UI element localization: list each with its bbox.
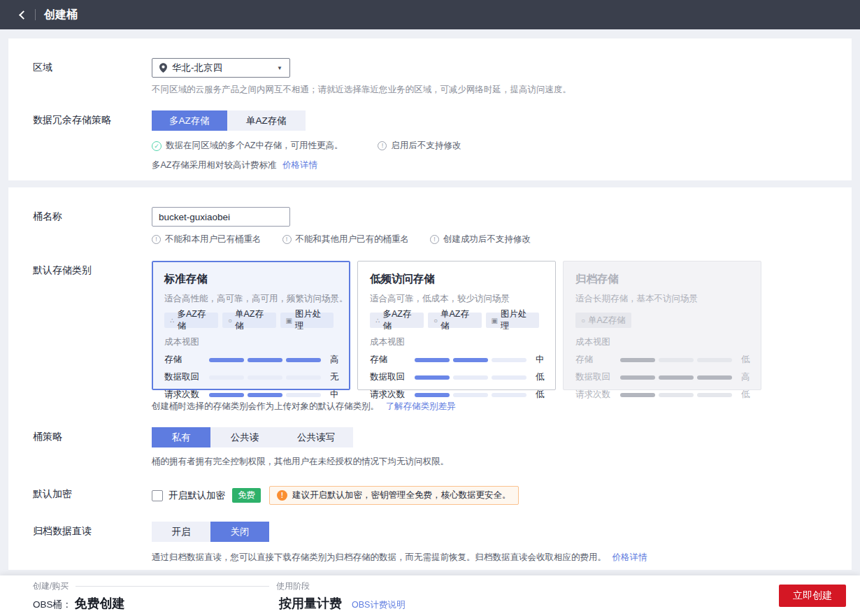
- multi-az-icon: ∴: [375, 317, 380, 324]
- encryption-checkbox[interactable]: [152, 490, 163, 501]
- cost-view-title: 成本视图: [164, 336, 338, 348]
- single-az-icon: ○: [228, 317, 232, 324]
- cost-bars: [209, 375, 324, 380]
- region-label: 区域: [33, 58, 152, 96]
- region-hint: 不同区域的云服务产品之间内网互不相通；请就近选择靠近您业务的区域，可减少网络时延…: [152, 84, 827, 96]
- redundancy-warn-note: 启用后不支持修改: [391, 140, 461, 152]
- bucket-policy-toggle: 私有 公共读 公共读写: [152, 427, 827, 447]
- redundancy-ok-note: 数据在同区域的多个AZ中存储，可用性更高。: [166, 140, 343, 152]
- archive-read-off-button[interactable]: 关闭: [210, 522, 269, 542]
- bucket-name-input[interactable]: [152, 207, 290, 227]
- tag-multi-az: ∴多AZ存储: [370, 313, 424, 328]
- card-desc: 适合高可靠，低成本，较少访问场景: [370, 293, 543, 305]
- warning-icon: !: [277, 490, 287, 501]
- bucket-policy-desc: 桶的拥有者拥有完全控制权限，其他用户在未经授权的情况下均无访问权限。: [152, 456, 827, 468]
- tag-image-process: ▣图片处理: [486, 313, 540, 328]
- archive-read-label: 归档数据直读: [33, 522, 152, 564]
- card-desc: 适合长期存储，基本不访问场景: [575, 293, 749, 305]
- bucket-name-hint-3: 创建成功后不支持修改: [443, 234, 531, 245]
- bucket-policy-label: 桶策略: [33, 427, 152, 468]
- tag-single-az: ○单AZ存储: [222, 313, 276, 328]
- back-button[interactable]: [14, 6, 32, 24]
- step-connector: [76, 586, 269, 587]
- archive-price-link[interactable]: 价格详情: [612, 552, 647, 562]
- location-pin-icon: [159, 63, 167, 73]
- step1-item: OBS桶：: [33, 599, 72, 611]
- cost-bars: [209, 358, 324, 362]
- check-circle-icon: ✓: [152, 141, 162, 151]
- free-badge: 免费: [232, 488, 261, 503]
- card-title: 标准存储: [164, 272, 338, 287]
- encryption-warning: ! 建议开启默认加密，密钥管理全免费，核心数据更安全。: [269, 486, 519, 505]
- redundancy-toggle: 多AZ存储 单AZ存储: [152, 110, 827, 131]
- notice-icon: !: [430, 235, 439, 244]
- bucket-name-label: 桶名称: [33, 207, 152, 245]
- encryption-label: 默认加密: [33, 486, 152, 505]
- cost-view-title: 成本视图: [370, 336, 543, 348]
- region-panel: 区域 华北-北京四 ▼ 不同区域的云服务产品之间内网互不相通；请就近选择靠近您业…: [8, 38, 852, 180]
- page-title: 创建桶: [44, 8, 78, 22]
- encryption-checkbox-label: 开启默认加密: [169, 489, 225, 502]
- card-title: 低频访问存储: [370, 272, 543, 287]
- header-divider: [35, 9, 36, 20]
- step1-value: 免费创建: [75, 595, 125, 612]
- tag-multi-az: ∴多AZ存储: [164, 313, 218, 328]
- tag-single-az: ○单AZ存储: [428, 313, 482, 328]
- cost-bars: [415, 393, 530, 397]
- cost-bars: [620, 375, 736, 380]
- create-now-button[interactable]: 立即创建: [779, 585, 846, 607]
- notice-icon: !: [152, 235, 161, 244]
- archive-read-on-button[interactable]: 开启: [152, 522, 210, 542]
- cost-bars: [620, 393, 736, 397]
- notice-icon: !: [282, 235, 292, 244]
- cost-view-title: 成本视图: [575, 336, 749, 348]
- storage-class-diff-link[interactable]: 了解存储类别差异: [385, 401, 455, 411]
- storage-card-infrequent[interactable]: 低频访问存储 适合高可靠，低成本，较少访问场景 ∴多AZ存储 ○单AZ存储 ▣图…: [357, 261, 556, 390]
- chevron-left-icon: [19, 10, 28, 20]
- storage-card-archive: 归档存储 适合长期存储，基本不访问场景 ○单AZ存储 成本视图 存储低 数据取回…: [563, 261, 761, 390]
- policy-private-button[interactable]: 私有: [152, 427, 210, 447]
- storage-card-standard[interactable]: 标准存储 适合高性能，高可靠，高可用，频繁访问场景。 ∴多AZ存储 ○单AZ存储…: [152, 261, 350, 390]
- image-process-icon: ▣: [286, 317, 292, 324]
- chevron-down-icon: ▼: [277, 65, 282, 71]
- bucket-name-hint-2: 不能和其他用户已有的桶重名: [296, 234, 410, 245]
- region-select[interactable]: 华北-北京四 ▼: [152, 58, 290, 78]
- single-az-icon: ○: [581, 317, 585, 324]
- redundancy-price-note: 多AZ存储采用相对较高计费标准: [152, 160, 276, 170]
- notice-icon: !: [378, 141, 387, 150]
- step1-label: 创建/购买: [33, 580, 69, 592]
- tag-single-az: ○单AZ存储: [575, 313, 631, 328]
- tag-image-process: ▣图片处理: [280, 313, 334, 328]
- policy-public-rw-button[interactable]: 公共读写: [279, 427, 353, 447]
- page-header: 创建桶: [0, 0, 860, 29]
- step2-label: 使用阶段: [276, 580, 310, 592]
- obs-billing-link[interactable]: OBS计费说明: [352, 599, 405, 611]
- multi-az-button[interactable]: 多AZ存储: [152, 110, 227, 131]
- card-desc: 适合高性能，高可靠，高可用，频繁访问场景。: [164, 293, 338, 305]
- bucket-settings-panel: 桶名称 !不能和本用户已有桶重名 !不能和其他用户已有的桶重名 !创建成功后不支…: [8, 187, 852, 570]
- price-detail-link[interactable]: 价格详情: [282, 160, 317, 170]
- single-az-button[interactable]: 单AZ存储: [227, 110, 306, 131]
- region-select-value: 华北-北京四: [172, 62, 222, 74]
- card-title: 归档存储: [575, 272, 749, 287]
- archive-read-desc: 通过归档数据直读，您可以直接下载存储类别为归档存储的数据，而无需提前恢复。归档数…: [152, 552, 606, 562]
- bucket-name-hint-1: 不能和本用户已有桶重名: [165, 234, 261, 245]
- footer-bar: 创建/购买 OBS桶： 免费创建 使用阶段 按用量计费 OBS计费说明 立即创建: [0, 575, 860, 616]
- multi-az-icon: ∴: [170, 317, 174, 324]
- redundancy-label: 数据冗余存储策略: [33, 110, 152, 171]
- single-az-icon: ○: [433, 317, 438, 324]
- cost-bars: [620, 358, 736, 362]
- storage-class-note: 创建桶时选择的存储类别会作为上传对象的默认存储类别。: [152, 401, 379, 411]
- storage-class-label: 默认存储类别: [33, 261, 152, 413]
- step2-value: 按用量计费: [279, 595, 342, 612]
- cost-bars: [415, 358, 530, 362]
- archive-read-toggle: 开启 关闭: [152, 522, 827, 542]
- cost-bars: [209, 393, 324, 397]
- policy-public-read-button[interactable]: 公共读: [210, 427, 279, 447]
- cost-bars: [415, 375, 530, 380]
- image-process-icon: ▣: [492, 317, 498, 324]
